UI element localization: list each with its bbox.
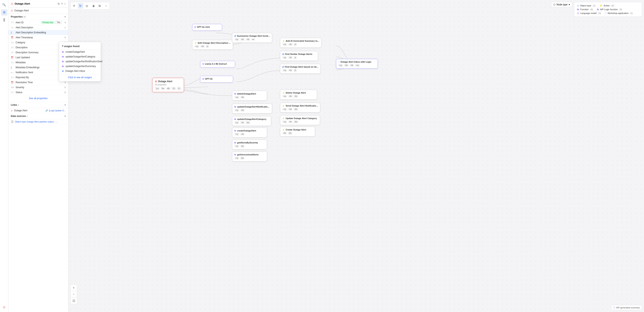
delete-action-icons: ×◎ ×fx 2⊡ — [282, 95, 315, 98]
get-alerts-title: fx getAlertsBySeverity — [234, 142, 265, 144]
popup-see-all[interactable]: Click to see all usages — [59, 74, 101, 79]
add-ai-icons: ×◎ ×fx ⊡ — [282, 43, 319, 46]
get-alerts-func-icon: fx — [234, 142, 236, 144]
datasources-section-header[interactable]: Data sources 1 ▾ — [8, 113, 68, 119]
node-create-alert[interactable]: fx createOutageAlert ×◎ ×fx — [232, 128, 267, 138]
panel-alert-icon: ⚠ — [11, 2, 14, 5]
node-gpt4o[interactable]: ⟨⟩ GPT-4o — [200, 76, 233, 83]
sum-chip-3: ×fx — [246, 38, 250, 41]
node-add-ai[interactable]: ⚡ Add AI Generated Summary to... ×◎ ×fx … — [280, 38, 322, 48]
collapse-btn[interactable]: « — [64, 2, 66, 5]
panel-header: ⚠ Outage Alert ⊞ ✳ « — [8, 0, 68, 7]
prop-name-timestamp: Alert Timestamp — [16, 36, 62, 39]
links-section-header[interactable]: Links 1 ▾ — [8, 102, 68, 108]
node-find-similar[interactable]: ⊡ Find Similar Outage Alerts ×◎ ×fx ⊡ — [280, 51, 318, 61]
legend-function-count: (6) — [590, 8, 593, 10]
legend-aip-logic: fx AIP Logic function (3) — [597, 8, 622, 10]
fit-screen-btn[interactable]: ⊡ — [70, 298, 77, 304]
legend-workshop: □ Workshop application (1) — [605, 12, 633, 14]
properties-label: Properties 16 — [11, 15, 26, 18]
ca-chip-2: ×fx — [240, 133, 245, 136]
prop-severity[interactable]: 123 Severity 5 — [8, 85, 68, 90]
chip-3: 4fx — [166, 87, 170, 90]
caa-chip-1: ×fx — [282, 132, 287, 135]
node-update-notif[interactable]: fx updateOutageAlertNotificatio... ×◎ ×f… — [232, 104, 272, 114]
node-type-selector[interactable]: ⬡ Node type ▾ — [551, 2, 572, 7]
create-action-icon: ⚡ — [282, 129, 285, 131]
list-icon-btn[interactable] — [1, 9, 8, 15]
update-notif-func-icon: fx — [234, 106, 236, 108]
zoom-in-btn[interactable]: + — [70, 285, 77, 291]
update-notif-icons: ×◎ ×fx — [234, 109, 270, 112]
main-node-props: 16 properties — [155, 84, 181, 86]
svg-rect-1 — [3, 12, 6, 12]
search-icon-btn[interactable]: 🔍 — [1, 1, 8, 8]
see-all-properties[interactable]: See all properties — [8, 95, 68, 102]
node-gpt4o-mini[interactable]: ⟨⟩ GPT-4o mini — [192, 24, 222, 31]
daa-chip-3: 2⊡ — [294, 95, 298, 98]
toolbar-move[interactable]: ✛ — [71, 3, 77, 8]
uc-chip-2: ×fx — [240, 121, 245, 124]
prop-alert-timestamp[interactable]: ⏰ Alert Timestamp 4 — [8, 35, 68, 40]
popup-item-inbox[interactable]: ⊞ Outage Alert Inbox — [59, 69, 101, 73]
prop-name-embedding: Alert Description Embedding — [16, 31, 66, 34]
node-get-alerts[interactable]: fx getAlertsBySeverity ×◎ 1⊡ — [232, 140, 267, 150]
node-outage-inbox[interactable]: □ Outage Alert Inbox with Logic ×◎ ×fx ×… — [336, 59, 378, 69]
zoom-out-btn[interactable]: − — [70, 291, 77, 298]
node-create-action[interactable]: ⚡ Create Outage Alert ×fx 2⊡ — [280, 127, 315, 137]
legend-aip-icon: fx — [597, 8, 599, 10]
toolbar-select[interactable] — [78, 3, 83, 8]
prop-alert-id[interactable]: 𝟿𝟿 Alert ID Primary key Title 4 — [8, 20, 68, 25]
toolbar-halfcircle[interactable]: ◑ — [90, 3, 96, 8]
link-log-label[interactable]: [Log] Update O... — [49, 109, 66, 112]
prop-alert-desc-embedding[interactable]: [] Alert Description Embedding — [8, 30, 68, 35]
node-delete-action[interactable]: ⚡ Delete Outage Alert ×◎ ×fx 2⊡ — [280, 90, 317, 100]
update-cat-action-icons: ×◎ ×fx 2⊡ — [282, 120, 318, 123]
datasource-pipeline[interactable]: 📋 Object type Outage Alert pipeline outp… — [8, 119, 68, 124]
link-outage-alert[interactable]: ⚠ Outage Alert 🔗 [Log] Update O... — [8, 108, 68, 113]
find-similar-title: ⊡ Find Similar Outage Alerts — [282, 53, 316, 55]
find-based-icon: ⊡ — [282, 66, 284, 68]
popup-item-create[interactable]: fx createOutageAlert — [59, 49, 101, 54]
node-find-based[interactable]: ⊡ Find Outage Alert based on de... ×◎ ×f… — [280, 64, 320, 74]
popup-item-updatenotif[interactable]: fx updateOutageAlertNotificationSent — [59, 59, 101, 64]
primary-key-badge: Primary key — [41, 21, 54, 24]
node-update-category[interactable]: fx updateOutageAlertCategory 1◎ ×fx 2⊡ — [232, 116, 271, 126]
prop-icon-category: 𝟿𝟿 — [11, 41, 14, 44]
main-node-icons: 1◎ 3≋ 4fx 2⟨⟩ 3□ — [155, 87, 181, 90]
prop-icon-metaembed: [] — [11, 66, 14, 69]
properties-section-header[interactable]: Properties 16 ▾ — [8, 14, 68, 20]
popup-item-updatesummary[interactable]: fx updateOutageAlertSummary — [59, 64, 101, 69]
prop-count-restime: 4 — [62, 81, 66, 84]
prop-alert-description[interactable]: 𝟿𝟿 Alert Description 1 — [8, 25, 68, 30]
expand-icon[interactable]: ✳ — [61, 2, 63, 5]
popup-item-updatecategory[interactable]: fx updateOutageAlertCategory — [59, 54, 101, 59]
prop-status[interactable]: 𝟿𝟿 Status 6 — [8, 90, 68, 95]
node-get-unresolved[interactable]: fx getUnresolvedAlerts ×◎ 2⊡ — [232, 152, 267, 161]
send-notif-icons: ×◎ ×fx 2⊡ — [282, 108, 318, 111]
daa-chip-2: ×fx — [288, 95, 293, 98]
func-icon-1: fx — [62, 51, 64, 53]
toolbar-grid[interactable]: ⊞ — [97, 3, 102, 8]
node-delete-alert[interactable]: fx deleteOutageAlert ×◎ ×fx — [232, 91, 267, 101]
edit-chip-2: ×fx — [200, 45, 205, 48]
legend-workshop-icon: □ — [605, 12, 606, 14]
send-notif-icon: ⚡ — [282, 105, 285, 107]
main-object-node[interactable]: ⚠ Outage Alert 16 properties 1◎ 3≋ 4fx 2… — [152, 78, 184, 92]
grid-icon[interactable]: ⊞ — [58, 2, 60, 5]
alert-icon-btn[interactable]: ⚠ — [1, 304, 8, 311]
toolbar-circle[interactable]: ◎ — [84, 3, 90, 8]
toolbar-expand[interactable]: ↔ — [103, 3, 109, 8]
arrows-icon-btn[interactable] — [1, 17, 8, 23]
canvas-toolbar: ✛ ◎ ◑ ⊞ ↔ — [70, 2, 110, 9]
legend-function: fx Function (6) — [577, 8, 593, 10]
update-category-title: fx updateOutageAlertCategory — [234, 118, 269, 120]
node-llama[interactable]: ⟨⟩ Llama 3.1 8b Instruct — [200, 61, 235, 68]
node-edit-desc[interactable]: ⚡ Edit Outage Alert Description ... ×◎ ×… — [192, 40, 233, 50]
prop-name-description: Description — [16, 46, 62, 49]
node-type-chevron: ▾ — [569, 3, 570, 6]
node-update-category-action[interactable]: ⚡ Update Outage Alert Category ×◎ ×fx 2⊡ — [280, 115, 320, 125]
node-summarize[interactable]: ⊡ Summarize Outage Alert Incid... ×◎ ×fx… — [232, 33, 272, 43]
prop-name-metadata: Metadata — [16, 61, 66, 64]
node-send-notif[interactable]: ⚡ Send Outage Alert Notificatio... ×◎ ×f… — [280, 103, 320, 113]
